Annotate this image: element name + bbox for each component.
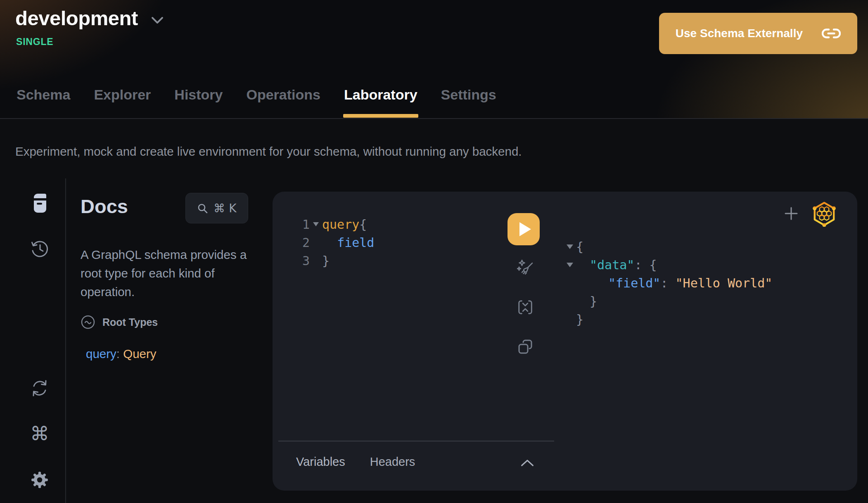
history-sidebar-button[interactable] [31, 240, 49, 258]
collapse-triangle-icon[interactable] [567, 244, 573, 249]
code-open-brace: { [359, 217, 367, 232]
line-number: 2 [296, 235, 310, 250]
root-query-separator: : [116, 347, 123, 361]
code-close-brace: } [322, 254, 330, 268]
response-line: "field": "Hello World" [567, 274, 772, 292]
json-outer-close: } [576, 312, 583, 327]
json-field-key: "field" [608, 276, 660, 290]
root-query-key[interactable]: query [86, 347, 116, 361]
editor-line: 1 query{ [296, 215, 374, 233]
root-types-icon [81, 315, 95, 330]
merge-icon [517, 299, 534, 316]
json-inner-open: { [650, 258, 657, 272]
refresh-sidebar-button[interactable] [31, 379, 49, 397]
project-chevron-down-icon[interactable] [151, 16, 164, 24]
fold-triangle-icon[interactable] [310, 222, 322, 226]
page-subtitle: Experiment, mock and create live environ… [15, 145, 522, 159]
query-editor[interactable]: 1 query{ 2 field 3 } [296, 215, 374, 270]
tab-history[interactable]: History [174, 87, 223, 118]
response-line: { [567, 237, 772, 256]
tab-bar: Schema Explorer History Operations Labor… [0, 81, 868, 118]
editor-footer-divider [278, 441, 554, 441]
response-viewer: { "data": { "field": "Hello World" } } [567, 237, 772, 328]
project-title-row: development [15, 7, 164, 30]
chevron-up-icon [520, 459, 538, 467]
execute-query-button[interactable] [508, 213, 540, 245]
use-schema-label: Use Schema Externally [676, 27, 803, 40]
json-outer-open: { [576, 240, 583, 254]
response-line: "data": { [567, 256, 772, 274]
docs-title: Docs [81, 195, 128, 218]
history-clock-icon [31, 240, 49, 258]
json-field-value: "Hello World" [676, 276, 773, 290]
plus-icon [783, 205, 799, 222]
search-icon [197, 203, 208, 214]
root-query-type[interactable]: Query [123, 347, 156, 361]
docs-sidebar-button[interactable] [31, 194, 49, 212]
root-types-section: Root Types [81, 315, 158, 330]
variables-tab[interactable]: Variables [296, 455, 345, 469]
copy-query-button[interactable] [516, 338, 534, 356]
page-header: development SINGLE Use Schema Externally… [0, 0, 868, 119]
use-schema-externally-button[interactable]: Use Schema Externally [659, 13, 857, 54]
code-keyword: query [322, 217, 359, 232]
editor-footer-tabs: Variables Headers [296, 455, 415, 469]
gear-icon [30, 470, 49, 489]
search-shortcut-label: ⌘ K [213, 202, 236, 215]
editor-line: 3 } [296, 252, 374, 270]
collapse-footer-button[interactable] [520, 457, 538, 469]
code-field: field [337, 235, 374, 250]
collapse-triangle-icon[interactable] [567, 263, 573, 267]
shortcuts-sidebar-button[interactable]: ⌘ [31, 425, 49, 443]
graphiql-panel: 1 query{ 2 field 3 } [273, 192, 857, 491]
prettify-broom-icon [516, 259, 534, 277]
line-number: 3 [296, 254, 310, 268]
tab-explorer[interactable]: Explorer [94, 87, 151, 118]
command-icon: ⌘ [30, 424, 49, 443]
tab-schema[interactable]: Schema [17, 87, 70, 118]
docs-description: A GraphQL schema provides a root type fo… [81, 245, 258, 301]
json-inner-close: } [576, 294, 597, 308]
headers-tab[interactable]: Headers [370, 455, 415, 469]
root-type-query-link[interactable]: query: Query [86, 347, 157, 361]
json-data-key: "data" [590, 258, 634, 272]
play-icon [519, 222, 531, 236]
merge-fragments-button[interactable] [516, 298, 534, 316]
copy-icon [517, 339, 534, 356]
link-icon [822, 28, 841, 39]
hive-logo-icon[interactable] [812, 201, 836, 227]
refresh-icon [31, 379, 49, 397]
environment-badge: SINGLE [16, 36, 53, 47]
settings-sidebar-button[interactable] [31, 471, 49, 489]
project-name: development [15, 7, 138, 30]
add-tab-button[interactable] [783, 205, 799, 222]
tab-settings[interactable]: Settings [441, 87, 496, 118]
editor-line: 2 field [296, 233, 374, 252]
prettify-button[interactable] [516, 259, 534, 277]
response-line: } [567, 292, 772, 310]
book-icon [31, 194, 48, 213]
root-types-label: Root Types [102, 316, 158, 328]
response-line: } [567, 310, 772, 328]
tab-operations[interactable]: Operations [247, 87, 320, 118]
docs-search-button[interactable]: ⌘ K [185, 193, 248, 223]
sidebar-divider [65, 178, 66, 503]
line-number: 1 [296, 217, 310, 232]
tab-laboratory[interactable]: Laboratory [344, 87, 417, 118]
